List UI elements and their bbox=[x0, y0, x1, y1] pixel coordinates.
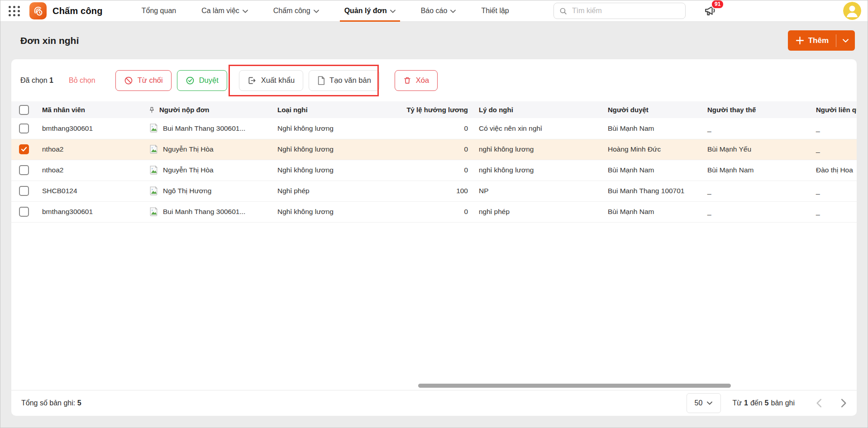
horizontal-scrollbar[interactable] bbox=[11, 384, 857, 388]
reason-cell: nghỉ không lương bbox=[473, 160, 602, 181]
app-grid-icon[interactable] bbox=[9, 6, 20, 16]
employee-code-cell: bmthang300601 bbox=[37, 201, 143, 222]
page-header: Đơn xin nghỉ Thêm bbox=[0, 22, 868, 59]
column-header[interactable]: Loại nghỉ bbox=[272, 101, 394, 118]
avatar-placeholder-icon bbox=[148, 165, 159, 176]
add-button-label: Thêm bbox=[808, 36, 829, 45]
row-checkbox[interactable] bbox=[19, 124, 29, 133]
pin-icon[interactable] bbox=[148, 106, 155, 114]
notification-badge: 91 bbox=[711, 0, 724, 9]
leave-type-cell: Nghỉ phép bbox=[272, 181, 394, 201]
column-header[interactable]: Lý do nghỉ bbox=[473, 101, 602, 118]
leave-requests-table: Mã nhân viênNgười nộp đơnLoại nghỉTỷ lệ … bbox=[11, 101, 857, 223]
nav-item-1[interactable]: Ca làm việc bbox=[200, 0, 249, 22]
salary-rate-cell: 0 bbox=[394, 139, 473, 160]
column-header[interactable]: Người thay thế bbox=[702, 101, 811, 118]
table-area: Mã nhân viênNgười nộp đơnLoại nghỉTỷ lệ … bbox=[11, 101, 857, 390]
main-nav: Tổng quanCa làm việcChấm côngQuản lý đơn… bbox=[129, 0, 522, 22]
select-all-checkbox[interactable] bbox=[19, 105, 29, 115]
delete-button[interactable]: Xóa bbox=[395, 70, 438, 91]
nav-item-label: Quản lý đơn bbox=[344, 7, 387, 15]
nav-item-3[interactable]: Quản lý đơn bbox=[343, 0, 396, 22]
content-card: Đã chọn 1 Bỏ chọn Từ chối Duyệt Xuất khẩ bbox=[11, 59, 857, 416]
table-header-row: Mã nhân viênNgười nộp đơnLoại nghỉTỷ lệ … bbox=[11, 101, 857, 118]
previous-page-button[interactable] bbox=[816, 399, 822, 408]
app-title: Chấm công bbox=[52, 6, 103, 16]
employee-code-cell: bmthang300601 bbox=[37, 118, 143, 139]
nav-item-label: Tổng quan bbox=[142, 7, 176, 15]
leave-type-cell: Nghỉ không lương bbox=[272, 139, 394, 160]
search-input[interactable] bbox=[571, 6, 680, 15]
salary-rate-cell: 100 bbox=[394, 181, 473, 201]
row-checkbox[interactable] bbox=[19, 165, 29, 175]
substitute-cell: Bùi Mạnh Yếu bbox=[702, 139, 811, 160]
nav-item-0[interactable]: Tổng quan bbox=[141, 0, 177, 22]
nav-item-2[interactable]: Chấm công bbox=[272, 0, 320, 22]
related-person-cell: Đào thị Hoa bbox=[811, 160, 857, 181]
deselect-button[interactable]: Bỏ chọn bbox=[69, 76, 95, 85]
salary-rate-cell: 0 bbox=[394, 160, 473, 181]
related-person-cell: _ bbox=[811, 118, 857, 139]
create-document-button[interactable]: Tạo văn bản bbox=[309, 70, 380, 91]
horizontal-scrollbar-thumb[interactable] bbox=[418, 384, 731, 388]
trash-icon bbox=[403, 76, 411, 85]
check-circle-icon bbox=[186, 76, 195, 85]
related-person-cell: _ bbox=[811, 201, 857, 222]
nav-item-label: Thiết lập bbox=[481, 7, 509, 15]
substitute-cell: _ bbox=[702, 181, 811, 201]
column-header[interactable]: Người duyệt bbox=[602, 101, 702, 118]
chevron-down-icon bbox=[843, 39, 849, 43]
bulk-actions-toolbar: Đã chọn 1 Bỏ chọn Từ chối Duyệt Xuất khẩ bbox=[11, 59, 857, 101]
employee-code-cell: nthoa2 bbox=[37, 139, 143, 160]
export-icon bbox=[248, 76, 257, 85]
table-row[interactable]: bmthang300601Bui Manh Thang 300601...Ngh… bbox=[11, 201, 857, 222]
leave-type-cell: Nghỉ không lương bbox=[272, 118, 394, 139]
user-avatar[interactable] bbox=[843, 2, 861, 20]
avatar-placeholder-icon bbox=[148, 144, 159, 155]
table-row[interactable]: nthoa2Nguyễn Thị HòaNghỉ không lương0ngh… bbox=[11, 139, 857, 160]
pagination-range-text: Từ1đến5bản ghi bbox=[733, 399, 797, 407]
column-header[interactable]: Người liên quan bbox=[811, 101, 857, 118]
table-footer: Tổng số bản ghi: 5 50 Từ1đến5bản ghi bbox=[11, 390, 857, 416]
employee-code-cell: nthoa2 bbox=[37, 160, 143, 181]
prohibition-icon bbox=[124, 76, 133, 85]
next-page-button[interactable] bbox=[841, 399, 847, 408]
nav-item-5[interactable]: Thiết lập bbox=[480, 0, 510, 22]
approve-button[interactable]: Duyệt bbox=[177, 70, 227, 91]
row-checkbox[interactable] bbox=[19, 186, 29, 196]
search-box[interactable] bbox=[553, 3, 686, 19]
avatar-placeholder-icon bbox=[148, 123, 159, 133]
column-header[interactable]: Người nộp đơn bbox=[143, 101, 272, 118]
approver-cell: Bùi Mạnh Nam bbox=[602, 118, 702, 139]
column-header[interactable]: Tỷ lệ hưởng lương bbox=[394, 101, 473, 118]
plus-icon bbox=[796, 37, 804, 44]
reason-cell: nghỉ không lương bbox=[473, 139, 602, 160]
chevron-down-icon bbox=[243, 10, 248, 13]
row-checkbox[interactable] bbox=[19, 144, 29, 154]
column-header[interactable]: Mã nhân viên bbox=[37, 101, 143, 118]
document-icon bbox=[317, 76, 325, 85]
reason-cell: Có việc nên xin nghỉ bbox=[473, 118, 602, 139]
app-logo-icon bbox=[29, 2, 47, 19]
submitter-cell: Nguyễn Thị Hòa bbox=[143, 139, 272, 160]
table-row[interactable]: nthoa2Nguyễn Thị HòaNghỉ không lương0ngh… bbox=[11, 160, 857, 181]
nav-item-label: Báo cáo bbox=[421, 7, 448, 15]
approver-cell: Bui Manh Thang 100701 bbox=[602, 181, 702, 201]
page-size-select[interactable]: 50 bbox=[687, 393, 721, 413]
related-person-cell: _ bbox=[811, 181, 857, 201]
chevron-down-icon bbox=[390, 10, 396, 13]
row-checkbox[interactable] bbox=[19, 207, 29, 217]
add-dropdown-toggle[interactable] bbox=[836, 39, 855, 43]
table-row[interactable]: SHCB0124Ngô Thị HươngNghỉ phép100NPBui M… bbox=[11, 181, 857, 201]
table-row[interactable]: bmthang300601Bui Manh Thang 300601...Ngh… bbox=[11, 118, 857, 139]
avatar-placeholder-icon bbox=[148, 207, 159, 217]
salary-rate-cell: 0 bbox=[394, 118, 473, 139]
add-button[interactable]: Thêm bbox=[788, 30, 855, 51]
submitter-cell: Bui Manh Thang 300601... bbox=[143, 201, 272, 222]
nav-item-label: Chấm công bbox=[273, 7, 310, 15]
export-button[interactable]: Xuất khẩu bbox=[239, 70, 303, 91]
approver-cell: Bùi Mạnh Nam bbox=[602, 160, 702, 181]
nav-item-4[interactable]: Báo cáo bbox=[420, 0, 457, 22]
reject-button[interactable]: Từ chối bbox=[115, 70, 172, 91]
notifications-button[interactable]: 91 bbox=[704, 4, 717, 19]
